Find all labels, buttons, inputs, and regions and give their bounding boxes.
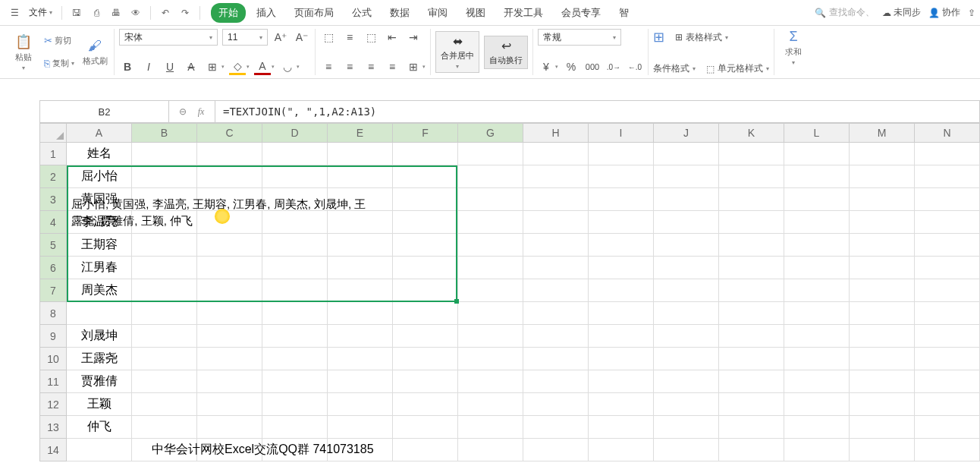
format-painter-button[interactable]: 🖌 格式刷 [80,29,109,75]
col-header-E[interactable]: E [328,123,393,143]
indent-increase-icon[interactable]: ⇥ [405,29,422,46]
merge-center-button[interactable]: ⬌ 合并居中▾ [435,31,479,73]
tab-review[interactable]: 审阅 [420,3,455,23]
comma-icon[interactable]: 000 [584,58,601,75]
wrap-text-button[interactable]: ↩ 自动换行 [484,36,528,69]
sync-button[interactable]: ☁ 未同步 [882,6,921,19]
indent-decrease-icon[interactable]: ⇤ [384,29,400,46]
row-header-3[interactable]: 3 [39,188,67,211]
tab-dev-tools[interactable]: 开发工具 [496,3,551,23]
tab-start[interactable]: 开始 [211,3,246,23]
col-header-L[interactable]: L [784,123,850,143]
undo-icon[interactable]: ↶ [157,5,174,21]
collab-button[interactable]: 👤 协作 [928,6,960,19]
row-header-4[interactable]: 4 [39,211,67,234]
cell-A10[interactable]: 王露尧 [67,348,132,370]
col-header-H[interactable]: H [523,123,589,143]
col-header-B[interactable]: B [132,123,197,143]
number-format-select[interactable]: 常规▾ [538,29,621,46]
row-header-12[interactable]: 12 [39,393,67,416]
strikethrough-button[interactable]: A [183,58,199,75]
col-header-A[interactable]: A [67,123,132,143]
font-size-select[interactable]: 11▾ [222,29,268,46]
row-header-5[interactable]: 5 [39,234,67,257]
decrease-font-icon[interactable]: A⁻ [294,29,310,46]
menu-icon[interactable]: ☰ [6,5,23,21]
save-icon[interactable]: 🖫 [68,5,85,21]
col-header-G[interactable]: G [458,123,523,143]
col-header-I[interactable]: I [589,123,654,143]
cell-A2[interactable]: 屈小怡 [67,165,132,188]
increase-font-icon[interactable]: A⁺ [272,29,289,46]
percent-icon[interactable]: % [563,58,580,75]
row-header-8[interactable]: 8 [39,302,67,325]
row-header-2[interactable]: 2 [39,165,67,188]
tab-member[interactable]: 会员专享 [554,3,608,23]
fill-color-button[interactable]: ◇▾ [229,58,250,75]
row-header-7[interactable]: 7 [39,279,67,302]
currency-button[interactable]: ¥▾ [538,58,558,75]
cell-A1[interactable]: 姓名 [67,143,132,165]
tab-insert[interactable]: 插入 [249,3,284,23]
print-preview-icon[interactable]: 👁 [127,5,144,21]
select-all-corner[interactable] [39,123,67,143]
cell-A9[interactable]: 刘晟坤 [67,325,132,348]
bold-button[interactable]: B [119,58,136,75]
cell-A14[interactable] [67,439,132,461]
cell-B2[interactable] [132,165,197,188]
formula-input[interactable]: =TEXTJOIN(", ",1,A2:A13) [215,101,979,122]
col-header-M[interactable]: M [850,123,915,143]
name-box[interactable]: B2 [40,101,169,122]
col-header-N[interactable]: N [915,123,980,143]
file-menu[interactable]: 文件 ▾ [24,5,57,20]
align-top-icon[interactable]: ⬚ [320,29,337,46]
tab-page-layout[interactable]: 页面布局 [287,3,341,23]
cell-A7[interactable]: 周美杰 [67,279,132,302]
cut-button[interactable]: ✂剪切 [42,33,76,48]
row-header-11[interactable]: 11 [39,370,67,393]
col-header-J[interactable]: J [654,123,719,143]
cell-style-button[interactable]: ⬚单元格样式▾ [706,62,769,75]
cell-A12[interactable]: 王颖 [67,393,132,416]
cell-A5[interactable]: 王期容 [67,234,132,257]
orientation-button[interactable]: ⊞▾ [405,58,426,75]
decrease-decimal-icon[interactable]: ←.0 [627,58,643,75]
align-right-icon[interactable]: ≡ [363,58,379,75]
col-header-K[interactable]: K [719,123,784,143]
cell-B1[interactable] [132,143,197,165]
align-justify-icon[interactable]: ≡ [384,58,400,75]
cell-A11[interactable]: 贾雅倩 [67,370,132,393]
tab-view[interactable]: 视图 [458,3,493,23]
font-color-button[interactable]: A▾ [254,58,275,75]
cell-grid[interactable]: 姓名 屈小怡 黄国强 李温亮 王期容 江男春 周美杰 刘晟坤 王露尧 贾雅倩 王… [67,143,980,461]
zoom-out-icon[interactable]: ⊖ [177,106,189,117]
tab-formula[interactable]: 公式 [344,3,379,23]
cell-A8[interactable] [67,302,132,325]
print-icon[interactable]: 🖶 [108,5,124,21]
copy-button[interactable]: ⎘复制▾ [42,56,76,71]
row-header-13[interactable]: 13 [39,416,67,439]
cell-A13[interactable]: 仲飞 [67,416,132,439]
paste-button[interactable]: 📋 粘贴▾ [9,29,38,75]
col-header-C[interactable]: C [197,123,262,143]
border-button[interactable]: ⊞▾ [204,58,225,75]
save-as-icon[interactable]: ⎙ [88,5,105,21]
col-header-F[interactable]: F [393,123,458,143]
row-header-6[interactable]: 6 [39,257,67,279]
redo-icon[interactable]: ↷ [177,5,193,21]
command-search[interactable]: 🔍 查找命令、 [815,6,875,19]
row-header-1[interactable]: 1 [39,143,67,165]
fx-icon[interactable]: fx [195,106,207,118]
phonetic-button[interactable]: ◡▾ [279,58,300,75]
align-bottom-icon[interactable]: ⬚ [363,29,379,46]
cell-A6[interactable]: 江男春 [67,257,132,279]
col-header-D[interactable]: D [262,123,328,143]
row-header-9[interactable]: 9 [39,325,67,348]
conditional-format-button[interactable]: ⊞ [653,29,664,46]
align-center-icon[interactable]: ≡ [341,58,358,75]
font-name-select[interactable]: 宋体▾ [119,29,218,46]
increase-decimal-icon[interactable]: .0→ [605,58,622,75]
row-header-10[interactable]: 10 [39,348,67,370]
table-style-button[interactable]: ⊞表格样式▾ [675,31,728,44]
tab-truncated[interactable]: 智 [611,3,636,23]
